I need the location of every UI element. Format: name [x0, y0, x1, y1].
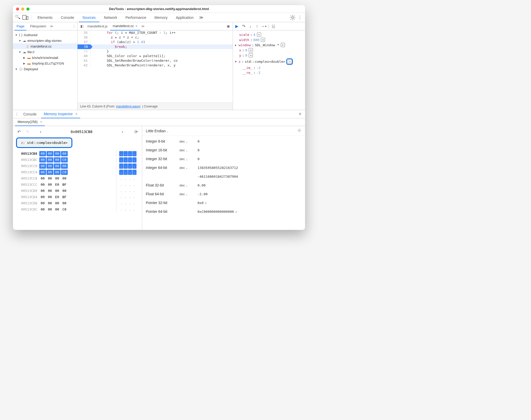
hex-bytes[interactable]: 000000C0	[39, 157, 116, 163]
var-im[interactable]: __im_: -2	[235, 65, 303, 70]
hex-bytes[interactable]: 0000E0BF	[39, 194, 116, 200]
hex-bytes[interactable]: 00000000	[39, 188, 116, 194]
memory-icon[interactable]: ⊞	[288, 60, 292, 64]
tree-node-folder1[interactable]: ▶▬b/s/w/ir/x/w/install	[13, 55, 77, 60]
hex-bytes[interactable]: 00000000	[39, 151, 116, 157]
nav-toggle-icon[interactable]: ◧	[79, 24, 85, 29]
more-icon[interactable]: ≫	[140, 24, 146, 28]
wasm-link[interactable]: mandelbrot.wasm	[116, 105, 141, 108]
var-x[interactable]: x: 0⊞	[235, 48, 303, 53]
interp-value: 0	[198, 148, 301, 152]
drawer-tab-memory-inspector[interactable]: Memory Inspector×	[41, 110, 80, 118]
interp-label: Pointer 32-bit	[146, 201, 179, 205]
var-z[interactable]: ▼z: std::complex<double>⊞	[235, 58, 303, 65]
tab-application[interactable]: Application	[172, 13, 197, 22]
tab-filesystem[interactable]: Filesystem	[28, 22, 48, 30]
chip-z[interactable]: z: std::complex<double>	[18, 139, 70, 146]
memory-icon[interactable]: ⊞	[257, 33, 261, 37]
window-title: DevTools - emscripten-dbg-stories.netlif…	[109, 7, 209, 11]
close-icon[interactable]: ×	[40, 118, 42, 126]
interp-value: -4611686018427387904	[198, 175, 301, 178]
code-editor[interactable]: 35 for (; i < MAX_ITER_COUNT - 1; i++ 36…	[78, 30, 233, 103]
format-select[interactable]: dec⌄	[179, 166, 198, 170]
address-input[interactable]	[46, 129, 117, 135]
step-over-icon[interactable]: ↷	[241, 24, 246, 29]
tab-network[interactable]: Network	[100, 13, 121, 22]
debug-toggle-icon[interactable]: ▣	[225, 24, 231, 29]
var-re[interactable]: __re_: -2	[235, 70, 303, 75]
hex-bytes[interactable]: 00000000	[39, 163, 116, 169]
step-icon[interactable]: →•	[261, 24, 266, 29]
close-icon[interactable]: ×	[75, 110, 77, 118]
hex-addr: 00513CDC	[16, 206, 39, 213]
tab-page[interactable]: Page	[14, 22, 26, 30]
format-select[interactable]: dec⌄	[179, 148, 198, 152]
refresh-icon[interactable]: ⟳	[133, 129, 139, 135]
close-drawer-icon[interactable]: ×	[297, 111, 303, 117]
tab-memory[interactable]: Memory	[151, 13, 171, 22]
resume-icon[interactable]: ▶	[234, 24, 239, 29]
tree-node-authored[interactable]: ▼⟨ ⟩Authored	[13, 32, 77, 38]
format-select[interactable]: dec⌄	[179, 183, 198, 187]
kebab-icon[interactable]: ⋮	[72, 24, 76, 28]
prev-icon[interactable]: ‹	[38, 129, 43, 135]
endian-select[interactable]: Little Endian⌄	[146, 129, 169, 133]
maximize-icon[interactable]	[26, 7, 29, 11]
hex-bytes[interactable]: 000000C0	[39, 169, 116, 175]
close-icon[interactable]	[16, 7, 19, 11]
more-icon[interactable]: ≫	[50, 24, 54, 28]
format-select[interactable]: dec⌄	[179, 139, 198, 143]
minimize-icon[interactable]	[21, 7, 24, 11]
memory-icon[interactable]: ⊞	[249, 53, 253, 57]
more-tabs-icon[interactable]: ≫	[198, 14, 204, 21]
tab-elements[interactable]: Elements	[34, 13, 56, 22]
gear-icon[interactable]	[297, 128, 301, 133]
device-icon[interactable]	[22, 14, 28, 21]
var-y[interactable]: y: 0⊞	[235, 53, 303, 58]
tree-node-folder2[interactable]: ▶▬tmp/tmp.ELcTq2YGN	[13, 60, 77, 66]
step-out-icon[interactable]: ↑	[255, 24, 259, 29]
interp-value: 0	[198, 157, 301, 161]
tab-console[interactable]: Console	[57, 13, 78, 22]
hex-bytes[interactable]: 00000000	[39, 200, 116, 206]
hex-grid[interactable]: 00513CB800000000....00513CBC000000C0....…	[16, 151, 139, 213]
kebab-icon[interactable]: ⋮	[297, 14, 303, 21]
drawer-tab-console[interactable]: Console	[21, 110, 39, 118]
var-width[interactable]: width: 600⊞	[235, 37, 303, 42]
tree-node-deployed[interactable]: ▼⬡Deployed	[13, 66, 77, 72]
redo-icon[interactable]: ↷	[24, 129, 30, 135]
format-select[interactable]: dec⌄	[179, 157, 198, 161]
tree-node-origin[interactable]: ▼☁emscripten-dbg-stories	[13, 38, 77, 43]
interpretation-panel: Little Endian⌄ Integer 8-bitdec⌄0Integer…	[142, 126, 305, 230]
hex-bytes[interactable]: 00000000	[39, 175, 116, 182]
next-icon[interactable]: ›	[120, 129, 125, 135]
sources-sidebar: Page Filesystem ≫ ⋮ ▼⟨ ⟩Authored ▼☁emscr…	[13, 22, 78, 110]
editor-tab-cc[interactable]: mandelbrot.cc×	[110, 22, 140, 30]
hex-ascii: ....	[119, 206, 139, 213]
memory-icon[interactable]: ⊞	[249, 48, 253, 52]
memory-icon[interactable]: ⊞	[261, 38, 265, 42]
tree-node-file[interactable]: ▯mandelbrot.cc	[13, 43, 77, 49]
close-icon[interactable]: ×	[135, 22, 138, 30]
var-window[interactable]: ▶window: SDL_Window *⊞	[235, 42, 303, 48]
tab-sources[interactable]: Sources	[79, 13, 99, 22]
kebab-icon[interactable]: ⋮	[15, 112, 19, 116]
gear-icon[interactable]	[290, 14, 296, 21]
inspect-icon[interactable]	[15, 14, 21, 21]
hex-addr: 00513CC8	[16, 175, 39, 182]
external-link-icon[interactable]: ↗	[235, 210, 237, 214]
tab-performance[interactable]: Performance	[122, 13, 150, 22]
hex-bytes[interactable]: 000000C0	[39, 206, 116, 213]
memory-icon[interactable]: ⊞	[281, 43, 285, 47]
undo-icon[interactable]: ↶	[16, 129, 22, 135]
editor-tab-js[interactable]: mandelbrot.js	[85, 22, 110, 30]
var-scale[interactable]: scale: 4⊞	[235, 32, 303, 37]
external-link-icon[interactable]: ↗	[204, 201, 207, 205]
hex-bytes[interactable]: 0000E0BF	[39, 182, 116, 188]
interp-row: Integer 64-bitdec⌄13835058055282163712	[146, 163, 301, 172]
format-select[interactable]: dec⌄	[179, 192, 198, 196]
step-into-icon[interactable]: ↓	[248, 24, 253, 29]
memory-tab-256[interactable]: Memory(256)×	[15, 118, 45, 126]
tree-node-fileorigin[interactable]: ▼☁file://	[13, 49, 77, 55]
deactivate-breakpoints-icon[interactable]: ⍌	[271, 24, 276, 29]
